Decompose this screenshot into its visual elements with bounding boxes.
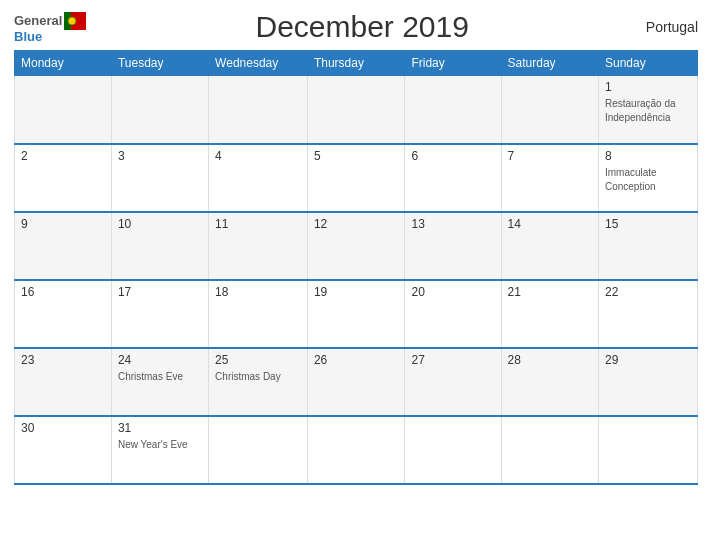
calendar-day: 6	[405, 144, 501, 212]
svg-point-2	[68, 17, 76, 25]
calendar-day	[598, 416, 697, 484]
calendar-week-6: 3031New Year's Eve	[15, 416, 698, 484]
calendar-week-5: 2324Christmas Eve25Christmas Day26272829	[15, 348, 698, 416]
col-thursday: Thursday	[307, 51, 405, 76]
calendar-header-row: Monday Tuesday Wednesday Thursday Friday…	[15, 51, 698, 76]
calendar-page: General Blue December 2019 Portugal Mond…	[0, 0, 712, 550]
calendar-day: 16	[15, 280, 112, 348]
day-number: 9	[21, 217, 105, 231]
calendar-day: 31New Year's Eve	[111, 416, 208, 484]
calendar-day: 24Christmas Eve	[111, 348, 208, 416]
calendar-day: 26	[307, 348, 405, 416]
calendar-day	[307, 416, 405, 484]
calendar-day: 20	[405, 280, 501, 348]
day-number: 19	[314, 285, 399, 299]
day-number: 13	[411, 217, 494, 231]
calendar-day: 7	[501, 144, 598, 212]
day-number: 22	[605, 285, 691, 299]
day-number: 27	[411, 353, 494, 367]
day-number: 5	[314, 149, 399, 163]
holiday-label: New Year's Eve	[118, 439, 188, 450]
month-title: December 2019	[86, 10, 638, 44]
calendar-day: 30	[15, 416, 112, 484]
calendar-day: 10	[111, 212, 208, 280]
day-number: 3	[118, 149, 202, 163]
calendar-day: 4	[209, 144, 308, 212]
calendar-day	[501, 76, 598, 144]
day-number: 21	[508, 285, 592, 299]
calendar-day: 9	[15, 212, 112, 280]
day-number: 24	[118, 353, 202, 367]
calendar-day: 12	[307, 212, 405, 280]
calendar-day: 1Restauração da Independência	[598, 76, 697, 144]
calendar-day: 14	[501, 212, 598, 280]
calendar-week-4: 16171819202122	[15, 280, 698, 348]
day-number: 16	[21, 285, 105, 299]
calendar-day: 2	[15, 144, 112, 212]
col-friday: Friday	[405, 51, 501, 76]
col-tuesday: Tuesday	[111, 51, 208, 76]
calendar-week-2: 2345678Immaculate Conception	[15, 144, 698, 212]
calendar-day: 27	[405, 348, 501, 416]
calendar-day: 19	[307, 280, 405, 348]
holiday-label: Christmas Eve	[118, 371, 183, 382]
day-number: 8	[605, 149, 691, 163]
holiday-label: Immaculate Conception	[605, 167, 657, 192]
calendar-day: 17	[111, 280, 208, 348]
day-number: 23	[21, 353, 105, 367]
calendar-day: 18	[209, 280, 308, 348]
calendar-week-3: 9101112131415	[15, 212, 698, 280]
day-number: 20	[411, 285, 494, 299]
calendar-day: 23	[15, 348, 112, 416]
calendar-day	[209, 76, 308, 144]
day-number: 30	[21, 421, 105, 435]
calendar-day: 25Christmas Day	[209, 348, 308, 416]
calendar-day: 13	[405, 212, 501, 280]
day-number: 25	[215, 353, 301, 367]
calendar-day	[501, 416, 598, 484]
holiday-label: Christmas Day	[215, 371, 281, 382]
day-number: 2	[21, 149, 105, 163]
day-number: 6	[411, 149, 494, 163]
logo: General Blue	[14, 12, 86, 43]
calendar-day: 5	[307, 144, 405, 212]
day-number: 11	[215, 217, 301, 231]
calendar-day: 15	[598, 212, 697, 280]
col-saturday: Saturday	[501, 51, 598, 76]
col-wednesday: Wednesday	[209, 51, 308, 76]
day-number: 1	[605, 80, 691, 94]
day-number: 17	[118, 285, 202, 299]
calendar-day	[15, 76, 112, 144]
calendar-day: 28	[501, 348, 598, 416]
calendar-week-1: 1Restauração da Independência	[15, 76, 698, 144]
calendar-day: 11	[209, 212, 308, 280]
day-number: 14	[508, 217, 592, 231]
day-number: 15	[605, 217, 691, 231]
calendar-day	[307, 76, 405, 144]
calendar-day	[111, 76, 208, 144]
day-number: 18	[215, 285, 301, 299]
day-number: 29	[605, 353, 691, 367]
logo-flag-icon	[64, 12, 86, 30]
col-sunday: Sunday	[598, 51, 697, 76]
country-label: Portugal	[638, 19, 698, 35]
calendar-day: 22	[598, 280, 697, 348]
calendar-day	[405, 416, 501, 484]
day-number: 26	[314, 353, 399, 367]
calendar-day: 29	[598, 348, 697, 416]
day-number: 31	[118, 421, 202, 435]
day-number: 7	[508, 149, 592, 163]
calendar-day: 21	[501, 280, 598, 348]
day-number: 10	[118, 217, 202, 231]
col-monday: Monday	[15, 51, 112, 76]
day-number: 28	[508, 353, 592, 367]
logo-general-text: General	[14, 14, 62, 27]
day-number: 12	[314, 217, 399, 231]
calendar-day: 8Immaculate Conception	[598, 144, 697, 212]
calendar-table: Monday Tuesday Wednesday Thursday Friday…	[14, 50, 698, 485]
logo-blue-text: Blue	[14, 30, 42, 43]
day-number: 4	[215, 149, 301, 163]
header: General Blue December 2019 Portugal	[14, 10, 698, 44]
calendar-day	[405, 76, 501, 144]
calendar-day: 3	[111, 144, 208, 212]
